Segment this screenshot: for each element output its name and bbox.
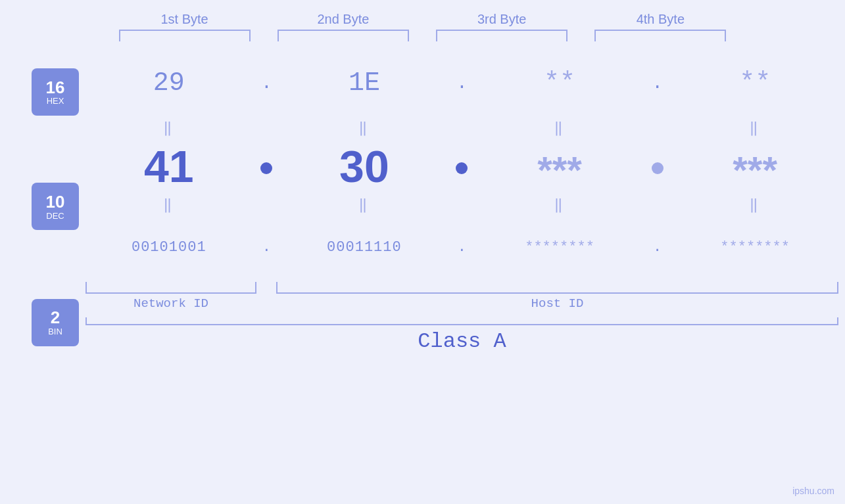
network-id-label: Network ID [85,296,256,311]
class-label-row: Class A [79,329,845,354]
bracket-byte4 [594,30,726,41]
hex-byte1-value: 29 [153,68,185,98]
hex-byte4-value: ** [739,68,771,98]
bin-dot3: . [648,218,667,277]
bracket-byte1 [119,30,251,41]
byte3-header: 3rd Byte [436,12,567,27]
hex-values-row: 29 . 1E . ** . ** [79,53,845,112]
id-labels-row: Network ID Host ID [79,294,845,313]
bin-byte4-value: ******** [720,239,790,256]
hex-base-name: HEX [47,97,64,106]
watermark: ipshu.com [792,486,834,496]
dec-byte3-value: *** [537,149,582,191]
base-badges-col: 16 HEX 10 DEC 2 BIN [0,41,79,354]
bin-byte4-cell: ******** [689,239,821,256]
bin-dot2: . [452,218,471,277]
hex-base-num: 16 [46,78,65,97]
hex-dot2: . [452,53,471,112]
class-label: Class A [418,329,506,354]
eq2-b4: ‖ [689,196,821,214]
bin-base-name: BIN [48,327,62,336]
bin-badge: 2 BIN [32,299,79,346]
dec-dot3 [648,162,667,192]
hex-byte1-cell: 29 [103,68,235,98]
hex-byte3-cell: ** [494,68,625,98]
bin-byte3-value: ******** [525,239,594,256]
bin-dot1: . [256,218,276,277]
bin-byte2-value: 00011110 [327,239,402,256]
dec-base-name: DEC [46,212,64,221]
bin-byte2-cell: 00011110 [299,239,430,256]
dec-byte1-cell: 41 [103,141,235,192]
hex-byte2-cell: 1E [299,68,430,98]
hex-byte2-value: 1E [349,68,380,98]
bin-byte3-cell: ******** [494,239,625,256]
eq2-b3: ‖ [494,196,625,214]
bracket-byte2 [278,30,409,41]
bin-base-num: 2 [51,308,60,327]
dec-byte4-cell: *** [689,148,821,192]
data-columns: 29 . 1E . ** . ** [79,41,845,354]
dec-values-row: 41 30 *** *** [79,141,845,192]
main-container: 1st Byte 2nd Byte 3rd Byte 4th Byte 16 H… [0,0,845,504]
rows-wrapper: 16 HEX 10 DEC 2 BIN [0,41,845,354]
bracket-byte3 [436,30,567,41]
hex-dot3: . [648,53,667,112]
dec-byte2-value: 30 [339,141,389,191]
bin-byte1-value: 00101001 [132,239,206,256]
dec-badge: 10 DEC [32,183,79,230]
dec-base-num: 10 [46,193,65,212]
dec-byte4-value: *** [733,149,777,191]
host-id-bracket [276,282,838,294]
eq1-b3: ‖ [494,119,625,137]
byte2-header: 2nd Byte [278,12,409,27]
eq1-b1: ‖ [103,119,235,137]
equals-row-1: ‖ ‖ ‖ ‖ [79,116,845,139]
dec-dot1 [256,162,276,192]
dec-byte3-cell: *** [494,148,625,192]
hex-byte3-value: ** [544,68,575,98]
byte1-header: 1st Byte [119,12,251,27]
class-bracket [85,317,838,325]
network-id-bracket [85,282,256,294]
bin-byte1-cell: 00101001 [103,239,235,256]
hex-badge: 16 HEX [32,68,79,116]
id-bracket-row [79,282,845,294]
dec-byte2-cell: 30 [299,141,430,192]
hex-byte4-cell: ** [689,68,821,98]
top-bracket-row [0,30,845,41]
eq1-b2: ‖ [299,119,430,137]
eq2-b1: ‖ [103,196,235,214]
host-id-label: Host ID [276,296,838,311]
bin-values-row: 00101001 . 00011110 . ******** . [79,218,845,277]
byte-headers-row: 1st Byte 2nd Byte 3rd Byte 4th Byte [0,12,845,27]
dec-byte1-value: 41 [144,141,194,191]
eq1-b4: ‖ [689,119,821,137]
byte4-header: 4th Byte [594,12,726,27]
eq2-b2: ‖ [299,196,430,214]
equals-row-2: ‖ ‖ ‖ ‖ [79,193,845,216]
dec-dot2 [452,162,471,192]
hex-dot1: . [256,53,276,112]
